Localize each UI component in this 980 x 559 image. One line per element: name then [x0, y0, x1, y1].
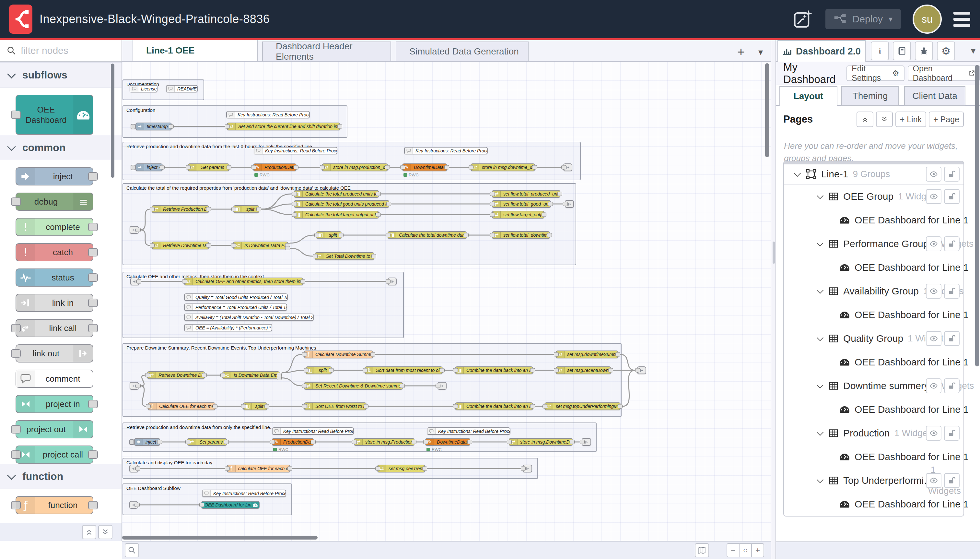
- input-port[interactable]: [302, 404, 307, 408]
- input-port[interactable]: [185, 440, 190, 444]
- input-port[interactable]: [292, 213, 297, 217]
- flow-node-is-downtime-data-empty-[interactable]: Is Downtime Data Empty?: [233, 241, 288, 249]
- input-port[interactable]: [150, 207, 155, 212]
- flow-node-linkout[interactable]: [563, 164, 572, 171]
- input-port[interactable]: [302, 352, 307, 357]
- flow-node-key-instructions-read-before-proceeding[interactable]: Key Instructions: Read Before Proceeding: [272, 427, 354, 435]
- input-port[interactable]: [375, 466, 380, 471]
- palette-node-link-out[interactable]: link out: [16, 344, 93, 362]
- zoom-out-button[interactable]: −: [727, 543, 739, 557]
- flow-node-key-instructions-read-before-proceeding[interactable]: Key Instructions: Read Before Proceeding: [254, 147, 337, 154]
- help-tab-button[interactable]: [893, 41, 911, 60]
- output-port[interactable]: [88, 324, 98, 332]
- info-tab-button[interactable]: i: [871, 41, 889, 60]
- flow-node-linkout[interactable]: [637, 366, 646, 374]
- chevron-down-icon[interactable]: [817, 428, 823, 435]
- tree-group-row[interactable]: OEE Group1 Widgets: [784, 185, 964, 208]
- flow-node-oee-dashboard-for-line-1[interactable]: OEE Dashboard for Line 1: [201, 501, 260, 509]
- input-port[interactable]: [490, 192, 495, 196]
- flow-node-set-total-downtime-to-0[interactable]: ⇄Set Total Downtime to 0: [315, 252, 374, 260]
- flow-node-calculate-the-total-target-output-of-today-[interactable]: ◨Calculate the total target output of to…: [294, 211, 379, 218]
- output-port[interactable]: [530, 404, 535, 408]
- open-dashboard-button[interactable]: Open Dashboard: [908, 66, 980, 81]
- lock-toggle-button[interactable]: [944, 167, 960, 182]
- flow-node-calculate-the-total-downtime-duration[interactable]: ◨Calculate the total downtime duration: [388, 231, 467, 239]
- main-menu-icon[interactable]: [954, 12, 970, 27]
- flow-node-linkin[interactable]: [130, 278, 139, 285]
- palette-node-function[interactable]: ƒ function: [16, 496, 93, 514]
- visibility-toggle-button[interactable]: [926, 237, 941, 251]
- deploy-button[interactable]: Deploy ▾: [825, 9, 901, 29]
- input-port[interactable]: [580, 440, 585, 444]
- flow-node-set-msg-recentdowntime[interactable]: ⇄set msg.recentDowntime: [556, 366, 611, 374]
- input-port[interactable]: [352, 440, 357, 444]
- output-port[interactable]: [264, 404, 269, 408]
- flow-node-license[interactable]: License: [130, 85, 157, 93]
- canvas-horizontal-scrollbar[interactable]: [122, 536, 318, 539]
- edit-settings-button[interactable]: Edit Settings ⚙: [846, 66, 904, 81]
- input-port[interactable]: [543, 404, 547, 408]
- output-port[interactable]: [440, 368, 445, 372]
- flow-node-set-flow-total-good-units[interactable]: ⇄set flow.total_good_units: [492, 200, 551, 208]
- flow-node-retrieve-production-data[interactable]: ⇄Retrieve Production Data: [152, 205, 209, 213]
- flow-node-oee-availability-performance-quality-[interactable]: OEE = (Availability) * (Performance) * (…: [184, 324, 272, 331]
- flow-node-retrieve-downtime-data[interactable]: ⇄Retrieve Downtime Data: [152, 241, 209, 249]
- navigator-button[interactable]: [695, 543, 709, 557]
- output-port[interactable]: [287, 466, 292, 471]
- palette-node-project-in[interactable]: project in: [16, 395, 93, 413]
- output-port[interactable]: [532, 165, 537, 170]
- flow-list-caret-icon[interactable]: ▾: [758, 47, 763, 57]
- chevron-down-icon[interactable]: [794, 170, 801, 177]
- output-port[interactable]: [464, 233, 469, 237]
- input-port[interactable]: [150, 243, 155, 248]
- output-port[interactable]: [157, 440, 162, 444]
- flow-node-calculate-oee-for-each-machine[interactable]: ƒCalculate OEE for each machine: [148, 402, 216, 410]
- output-port[interactable]: [547, 233, 552, 237]
- input-port[interactable]: [490, 233, 495, 237]
- palette-node-catch[interactable]: ! catch: [16, 243, 93, 261]
- flow-node-downtimedata[interactable]: ✎DowntimeDataRWC: [425, 438, 470, 446]
- flow-node-set-msg-topunderperformingmachines[interactable]: ⇄set msg.topUnderPerformingMachines: [544, 402, 620, 410]
- input-port[interactable]: [563, 202, 568, 206]
- inject-button[interactable]: [129, 439, 134, 445]
- lock-toggle-button[interactable]: [944, 331, 960, 346]
- flow-node-key-instructions-read-before-proceeding[interactable]: Key Instructions: Read Before Proceeding: [202, 490, 286, 497]
- flow-node-calculate-the-total-good-units-produced-today-[interactable]: ◨Calculate the total good units produced…: [294, 200, 389, 208]
- flow-node-calculate-oee-and-other-metrics-then-store-them-in-the-context-[interactable]: ⇄Calculate OEE and other metrics, then s…: [184, 278, 304, 285]
- flow-node-productiondata[interactable]: ✎ProductionDataRWC: [272, 438, 314, 446]
- input-port[interactable]: [521, 466, 526, 471]
- output-port[interactable]: [444, 165, 449, 170]
- lock-toggle-button[interactable]: [944, 379, 960, 393]
- palette-category-common[interactable]: common: [0, 135, 122, 160]
- palette-node-status[interactable]: status: [16, 268, 93, 287]
- visibility-toggle-button[interactable]: [926, 426, 941, 441]
- flow-node-linkout[interactable]: [388, 278, 397, 285]
- output-port[interactable]: [337, 124, 342, 129]
- input-port[interactable]: [292, 192, 297, 196]
- input-port[interactable]: [220, 373, 225, 377]
- flow-node-inject-[interactable]: inject ↻: [135, 164, 163, 171]
- flow-node-store-in-msg-downtime-data[interactable]: ⇄store in msg.downtime_data: [470, 164, 535, 171]
- flow-tab-Simulated-Data-Generation[interactable]: Simulated Data Generation: [396, 41, 529, 61]
- palette-search[interactable]: [0, 40, 122, 61]
- tree-drag-strip[interactable]: [784, 162, 964, 164]
- zoom-in-button[interactable]: +: [751, 543, 764, 557]
- palette-node-project-out[interactable]: project out: [16, 420, 93, 438]
- lock-toggle-button[interactable]: [944, 237, 960, 251]
- output-port[interactable]: [412, 440, 416, 444]
- input-port[interactable]: [400, 165, 405, 170]
- input-port[interactable]: [320, 165, 325, 170]
- tab-dashboard-2[interactable]: Dashboard 2.0: [777, 40, 866, 61]
- flow-node-calculate-oee-for-each-day[interactable]: ƒcalculate OEE for each day: [227, 465, 290, 473]
- flow-node-split[interactable]: ◧split: [233, 205, 259, 213]
- output-port[interactable]: [224, 440, 229, 444]
- input-port[interactable]: [145, 373, 150, 377]
- flow-node-retrieve-downtime-data[interactable]: ⇄Retrieve Downtime Data: [147, 371, 205, 379]
- inject-button[interactable]: [130, 124, 135, 129]
- flow-node-set-flow-target-output[interactable]: ⇄set flow.target_output: [492, 211, 544, 218]
- sidebar-tabs-caret-icon[interactable]: ▾: [971, 45, 975, 56]
- flow-node-key-instructions-read-before-proceeding[interactable]: Key Instructions: Read Before Proceeding: [427, 427, 510, 435]
- input-port[interactable]: [304, 368, 309, 372]
- sidebar-resize-gutter[interactable]: [770, 40, 776, 559]
- output-port[interactable]: [530, 368, 535, 372]
